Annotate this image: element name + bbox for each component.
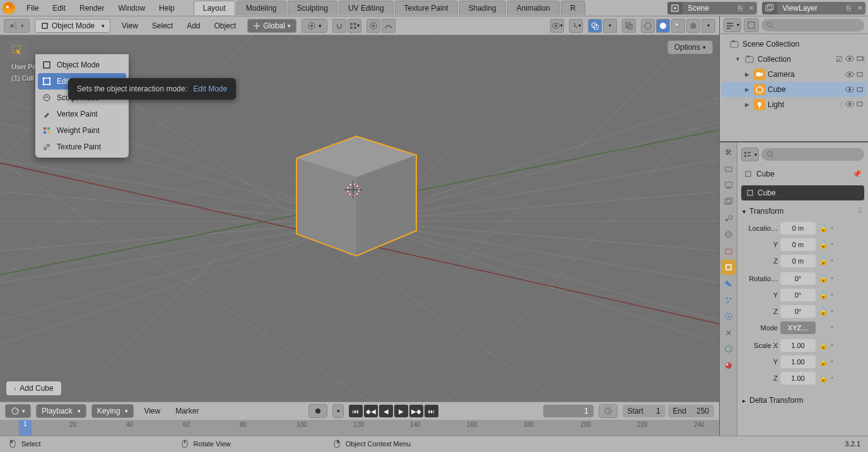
panel-options-icon[interactable]: ⠿ [857,207,863,216]
scale-y-field[interactable]: 1.00 [780,356,816,368]
tab-more[interactable]: R [561,1,585,15]
viewlayer-close-icon[interactable]: × [854,2,865,14]
snap-type-dropdown[interactable]: ▾ [348,19,361,33]
menu-object[interactable]: Object [208,19,243,33]
last-operator-panel[interactable]: › Add Cube [6,381,61,395]
menu-help[interactable]: Help [153,1,181,15]
outliner-display-mode[interactable]: ▾ [724,18,741,32]
cube-object[interactable] [287,124,432,275]
viewport-split-handle[interactable]: ‹ [716,219,718,226]
location-y-field[interactable]: 0 m [780,238,816,251]
viewport-options-dropdown[interactable]: Options ▾ [667,40,713,54]
end-frame-field[interactable]: End250 [668,405,714,417]
disclosure-triangle-icon[interactable]: ▼ [735,56,741,62]
tab-shading[interactable]: Shading [459,1,506,15]
pivot-point-dropdown[interactable]: ▾ [302,19,327,33]
lock-icon[interactable]: 🔓 [818,224,828,233]
lock-icon[interactable]: 🔓 [818,257,828,265]
mode-item-vertex-paint[interactable]: Vertex Paint [38,106,126,122]
camera-icon[interactable] [857,71,864,78]
select-box-tool[interactable] [8,40,26,59]
shading-wireframe[interactable] [641,19,655,33]
tab-animation[interactable]: Animation [507,1,560,15]
3d-viewport[interactable]: Options ▾ User Pe (1) Coll › Add Cube Ob… [0,35,719,402]
timeline-menu-marker[interactable]: Marker [170,407,204,415]
timeline-menu-view[interactable]: View [139,407,165,415]
object-name-field[interactable]: Cube [741,185,864,200]
checkbox-icon[interactable]: ☑ [836,55,843,64]
overlays-toggle[interactable] [588,19,602,33]
lock-icon[interactable]: 🔓 [818,307,828,316]
menu-window[interactable]: Window [112,1,151,15]
prop-tab-collection[interactable] [721,243,736,258]
tree-row-scene-collection[interactable]: Scene Collection [721,37,867,52]
eye-icon[interactable] [845,55,854,64]
keying-dropdown[interactable]: Keying▾ [91,404,134,418]
prev-keyframe-button[interactable]: ◆◀ [364,405,378,417]
camera-icon[interactable] [857,55,864,64]
tree-row-camera[interactable]: ▶ Camera [721,67,867,82]
disclosure-triangle-icon[interactable]: ▶ [745,71,751,78]
tree-row-light[interactable]: ▶ Light ( [721,97,867,112]
prop-tab-tool[interactable]: 🛠 [721,145,736,160]
prop-tab-physics[interactable] [721,309,736,324]
auto-keying-dropdown[interactable]: ▾ [332,404,344,418]
rotation-mode-dropdown[interactable]: XYZ… [780,322,816,334]
properties-editor-type[interactable]: ▾ [741,148,759,161]
xray-toggle[interactable] [622,19,636,33]
jump-start-button[interactable]: ⏮ [349,405,363,417]
camera-icon[interactable] [857,86,864,93]
scene-close-icon[interactable]: × [746,2,757,14]
next-keyframe-button[interactable]: ▶◆ [409,405,423,417]
overlays-dropdown[interactable]: ▾ [603,19,617,33]
prop-tab-world[interactable] [721,227,736,242]
shading-material[interactable] [671,19,685,33]
prop-tab-render[interactable] [721,161,736,177]
eye-icon[interactable] [845,100,854,109]
prop-tab-modifiers[interactable] [721,276,736,291]
scale-x-field[interactable]: 1.00 [780,339,816,352]
shading-rendered[interactable] [686,19,700,33]
transform-panel-header[interactable]: ▾ Transform ⠿ [741,204,864,218]
prop-tab-constraints[interactable] [721,325,736,340]
lock-icon[interactable]: 🔓 [818,291,828,299]
rotation-x-field[interactable]: 0° [780,272,816,285]
outliner-view-mode[interactable] [744,18,759,32]
tab-layout[interactable]: Layout [194,1,235,15]
timeline-editor-type[interactable]: ▾ [5,404,31,418]
lock-icon[interactable]: 🔓 [818,357,828,366]
prop-tab-object[interactable] [721,260,736,275]
transform-orientation-dropdown[interactable]: Global ▾ [247,19,296,33]
gizmo-toggle[interactable]: ▾ [569,19,583,33]
proportional-falloff[interactable] [382,19,396,33]
rotation-z-field[interactable]: 0° [780,305,816,318]
menu-add[interactable]: Add [180,19,206,33]
jump-end-button[interactable]: ⏭ [425,405,438,417]
timeline-ruler[interactable]: 1 20 40 60 80 100 120 140 160 180 200 22… [0,420,719,436]
auto-keying-toggle[interactable] [308,404,327,418]
frame-sync-icon[interactable] [599,404,618,418]
menu-select[interactable]: Select [146,19,179,33]
menu-view[interactable]: View [115,19,144,33]
visibility-dropdown[interactable]: ▾ [550,19,564,33]
viewlayer-new-icon[interactable]: ⎘ [843,2,854,14]
menu-render[interactable]: Render [73,1,110,15]
scale-z-field[interactable]: 1.00 [780,372,816,385]
proportional-toggle[interactable] [367,19,380,33]
prop-tab-material[interactable] [721,358,736,373]
tree-row-cube[interactable]: ▶ Cube [721,82,867,97]
prop-tab-scene[interactable] [721,211,736,226]
tab-modeling[interactable]: Modeling [237,1,286,15]
viewlayer-selector[interactable]: ViewLayer ⎘ × [762,2,865,14]
lock-icon[interactable]: 🔓 [818,341,828,350]
pin-icon[interactable]: 📌 [852,170,862,178]
eye-icon[interactable] [845,71,854,78]
scene-selector[interactable]: Scene ⎘ × [667,2,757,14]
properties-search[interactable] [761,148,864,161]
disclosure-triangle-icon[interactable]: ▶ [745,101,751,108]
interaction-mode-dropdown[interactable]: Object Mode ▾ [35,19,110,33]
delta-transform-panel-header[interactable]: ▸ Delta Transform [741,393,864,407]
lock-icon[interactable]: 🔓 [818,274,828,283]
eye-icon[interactable] [845,86,854,93]
lock-icon[interactable]: 🔓 [818,240,828,249]
